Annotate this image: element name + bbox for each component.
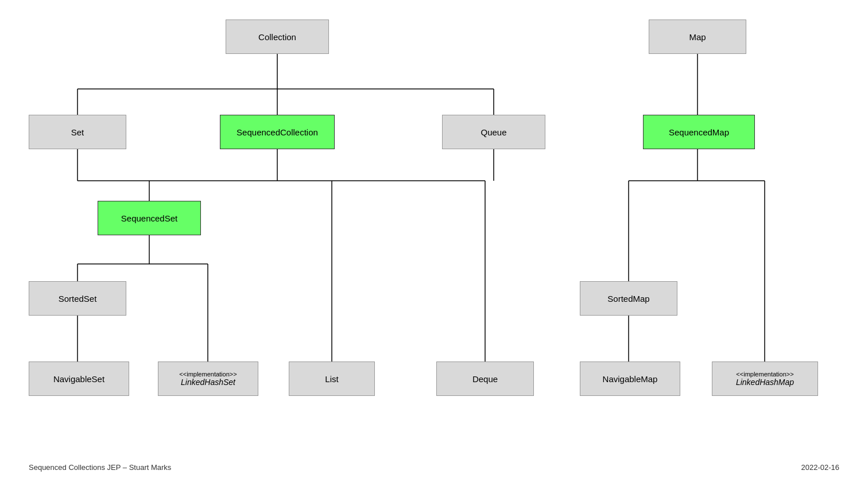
navigable-set-node: NavigableSet — [29, 362, 129, 396]
sorted-set-node: SortedSet — [29, 281, 126, 316]
diagram: Collection Map Set SequencedCollection Q… — [0, 0, 868, 459]
collection-node: Collection — [226, 20, 329, 54]
sequenced-set-node: SequencedSet — [98, 201, 201, 235]
linked-hash-set-label: LinkedHashSet — [181, 378, 235, 387]
linked-hash-set-impl-tag: <<implementation>> — [179, 371, 237, 378]
linked-hash-set-node: <<implementation>> LinkedHashSet — [158, 362, 258, 396]
footer-left: Sequenced Collections JEP – Stuart Marks — [29, 463, 171, 472]
linked-hash-map-impl-tag: <<implementation>> — [736, 371, 793, 378]
set-node: Set — [29, 115, 126, 149]
navigable-map-node: NavigableMap — [580, 362, 680, 396]
sequenced-collection-node: SequencedCollection — [220, 115, 335, 149]
footer-right: 2022-02-16 — [801, 463, 840, 472]
sorted-map-node: SortedMap — [580, 281, 677, 316]
linked-hash-map-node: <<implementation>> LinkedHashMap — [712, 362, 818, 396]
list-node: List — [289, 362, 375, 396]
queue-node: Queue — [442, 115, 545, 149]
linked-hash-map-label: LinkedHashMap — [736, 378, 794, 387]
footer: Sequenced Collections JEP – Stuart Marks… — [0, 463, 868, 472]
deque-node: Deque — [436, 362, 534, 396]
sequenced-map-node: SequencedMap — [643, 115, 755, 149]
map-node: Map — [649, 20, 746, 54]
